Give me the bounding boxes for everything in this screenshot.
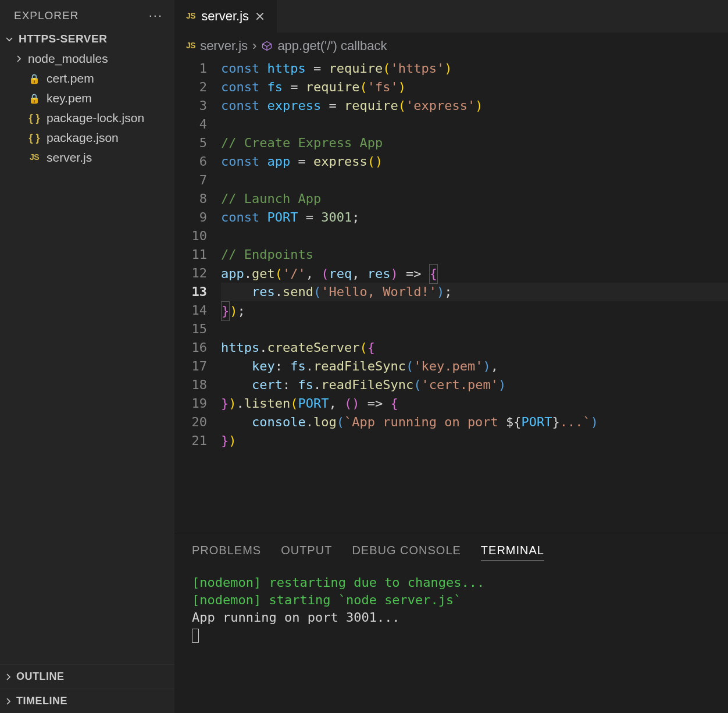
panel-tab-output[interactable]: OUTPUT xyxy=(281,544,332,561)
js-icon: JS xyxy=(186,41,195,50)
file-label: package-lock.json xyxy=(47,111,144,125)
file-label: key.pem xyxy=(47,91,92,105)
panel-label: OUTLINE xyxy=(16,671,65,683)
method-icon xyxy=(261,40,273,52)
project-header[interactable]: HTTPS-SERVER xyxy=(0,29,174,49)
explorer-more-icon[interactable]: ··· xyxy=(149,8,163,23)
tab-server-js[interactable]: JS server.js xyxy=(174,0,277,33)
lock-icon: 🔒 xyxy=(28,73,41,84)
chevron-right-icon xyxy=(14,54,23,63)
breadcrumb[interactable]: JS server.js › app.get('/') callback xyxy=(174,33,728,59)
js-icon: JS xyxy=(186,11,195,20)
file-server-js[interactable]: JS server.js xyxy=(0,148,174,167)
bottom-panel: PROBLEMS OUTPUT DEBUG CONSOLE TERMINAL [… xyxy=(174,533,728,713)
file-package-lock-json[interactable]: { } package-lock.json xyxy=(0,108,174,128)
panel-tab-debug-console[interactable]: DEBUG CONSOLE xyxy=(352,544,461,561)
code-content[interactable]: const https = require('https')const fs =… xyxy=(221,59,728,533)
chevron-right-icon xyxy=(3,697,13,706)
panel-tab-terminal[interactable]: TERMINAL xyxy=(481,544,544,561)
panel-tab-problems[interactable]: PROBLEMS xyxy=(192,544,261,561)
breadcrumb-file: server.js xyxy=(200,38,248,54)
breadcrumb-separator: › xyxy=(252,38,256,54)
timeline-panel-toggle[interactable]: TIMELINE xyxy=(0,689,174,713)
braces-icon: { } xyxy=(28,112,41,124)
panel-label: TIMELINE xyxy=(16,695,67,707)
braces-icon: { } xyxy=(28,132,41,144)
line-number-gutter: 123456789101112131415161718192021 xyxy=(174,59,221,533)
close-icon[interactable] xyxy=(255,11,265,22)
explorer-sidebar: EXPLORER ··· HTTPS-SERVER node_modules 🔒… xyxy=(0,0,174,713)
file-label: server.js xyxy=(47,151,92,165)
file-key-pem[interactable]: 🔒 key.pem xyxy=(0,88,174,108)
file-label: cert.pem xyxy=(47,72,94,85)
tab-label: server.js xyxy=(201,9,249,24)
chevron-right-icon xyxy=(3,672,13,682)
terminal-output[interactable]: [nodemon] restarting due to changes...[n… xyxy=(174,566,728,713)
file-package-json[interactable]: { } package.json xyxy=(0,128,174,148)
editor-area: JS server.js JS server.js › app.get('/')… xyxy=(174,0,728,713)
file-label: package.json xyxy=(47,131,119,145)
file-cert-pem[interactable]: 🔒 cert.pem xyxy=(0,69,174,88)
chevron-down-icon xyxy=(5,34,14,44)
file-label: node_modules xyxy=(28,52,108,66)
lock-icon: 🔒 xyxy=(28,93,41,104)
folder-node-modules[interactable]: node_modules xyxy=(0,49,174,69)
code-editor[interactable]: 123456789101112131415161718192021 const … xyxy=(174,59,728,533)
tab-bar: JS server.js xyxy=(174,0,728,33)
explorer-title: EXPLORER xyxy=(14,9,78,22)
outline-panel-toggle[interactable]: OUTLINE xyxy=(0,664,174,689)
panel-tab-bar: PROBLEMS OUTPUT DEBUG CONSOLE TERMINAL xyxy=(174,533,728,566)
breadcrumb-symbol: app.get('/') callback xyxy=(277,38,387,54)
project-name: HTTPS-SERVER xyxy=(19,33,107,45)
file-tree: node_modules 🔒 cert.pem 🔒 key.pem { } pa… xyxy=(0,49,174,664)
js-icon: JS xyxy=(28,152,41,162)
